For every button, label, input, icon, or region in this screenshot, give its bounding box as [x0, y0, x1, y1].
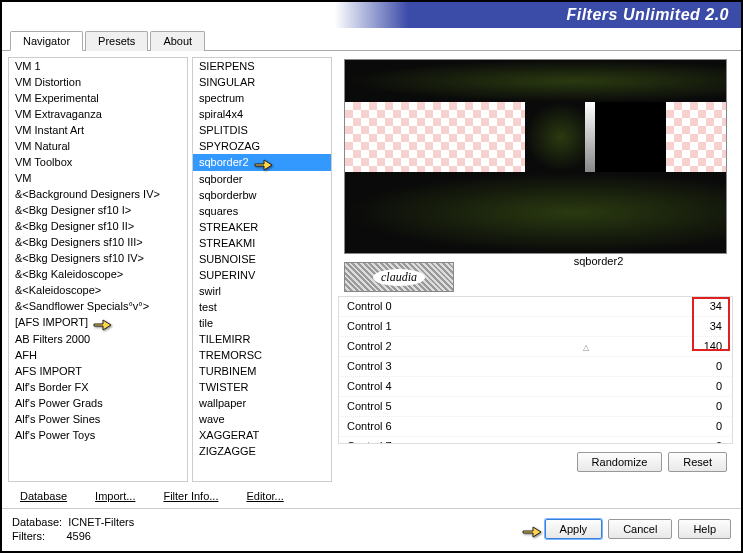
- list-item[interactable]: spectrum: [193, 90, 331, 106]
- list-item[interactable]: &<Bkg Designers sf10 IV>: [9, 250, 187, 266]
- control-value: 0: [686, 379, 722, 394]
- list-item[interactable]: &<Kaleidoscope>: [9, 282, 187, 298]
- list-item[interactable]: [AFS IMPORT]: [9, 314, 187, 331]
- navigator-category-list[interactable]: VM 1VM DistortionVM ExperimentalVM Extra…: [8, 57, 188, 482]
- control-row[interactable]: Control 2140△: [339, 337, 732, 357]
- control-label: Control 3: [347, 359, 392, 374]
- list-item[interactable]: AB Filters 2000: [9, 331, 187, 347]
- list-item[interactable]: &<Background Designers IV>: [9, 186, 187, 202]
- list-item[interactable]: Alf's Border FX: [9, 379, 187, 395]
- list-item[interactable]: spiral4x4: [193, 106, 331, 122]
- list-item[interactable]: tile: [193, 315, 331, 331]
- control-label: Control 2: [347, 339, 392, 354]
- list-item[interactable]: squares: [193, 203, 331, 219]
- tab-navigator[interactable]: Navigator: [10, 31, 83, 51]
- slider-thumb-icon[interactable]: △: [583, 340, 589, 355]
- list-item[interactable]: VM Instant Art: [9, 122, 187, 138]
- list-item[interactable]: TWISTER: [193, 379, 331, 395]
- author-tag: claudia: [344, 262, 454, 292]
- control-row[interactable]: Control 30: [339, 357, 732, 377]
- list-item[interactable]: AFH: [9, 347, 187, 363]
- pointer-icon: [92, 316, 110, 330]
- list-item[interactable]: VM Toolbox: [9, 154, 187, 170]
- control-row[interactable]: Control 034: [339, 297, 732, 317]
- list-item[interactable]: Alf's Power Grads: [9, 395, 187, 411]
- list-item[interactable]: TILEMIRR: [193, 331, 331, 347]
- list-item[interactable]: VM Experimental: [9, 90, 187, 106]
- apply-button[interactable]: Apply: [545, 519, 603, 539]
- control-label: Control 1: [347, 319, 392, 334]
- list-item[interactable]: wallpaper: [193, 395, 331, 411]
- list-item[interactable]: VM Distortion: [9, 74, 187, 90]
- list-item[interactable]: STREAKER: [193, 219, 331, 235]
- tab-presets[interactable]: Presets: [85, 31, 148, 51]
- list-item[interactable]: SPYROZAG: [193, 138, 331, 154]
- control-value: 140: [686, 339, 722, 354]
- list-item[interactable]: wave: [193, 411, 331, 427]
- control-row[interactable]: Control 70: [339, 437, 732, 444]
- control-row[interactable]: Control 134: [339, 317, 732, 337]
- list-item[interactable]: AFS IMPORT: [9, 363, 187, 379]
- cancel-button[interactable]: Cancel: [608, 519, 672, 539]
- list-item[interactable]: &<Bkg Designer sf10 II>: [9, 218, 187, 234]
- control-value: 34: [686, 299, 722, 314]
- control-value: 0: [686, 359, 722, 374]
- control-label: Control 7: [347, 439, 392, 444]
- link-row: Database Import... Filter Info... Editor…: [2, 488, 741, 508]
- list-item[interactable]: SUBNOISE: [193, 251, 331, 267]
- controls-panel: Control 034Control 134Control 2140△Contr…: [338, 296, 733, 444]
- control-label: Control 6: [347, 419, 392, 434]
- list-item[interactable]: VM 1: [9, 58, 187, 74]
- control-value: 0: [686, 419, 722, 434]
- list-item[interactable]: &<Sandflower Specials°v°>: [9, 298, 187, 314]
- tab-strip: Navigator Presets About: [2, 30, 741, 51]
- list-item[interactable]: Alf's Power Toys: [9, 427, 187, 443]
- list-item[interactable]: SUPERINV: [193, 267, 331, 283]
- list-item[interactable]: VM Natural: [9, 138, 187, 154]
- control-value: 34: [686, 319, 722, 334]
- list-item[interactable]: VM Extravaganza: [9, 106, 187, 122]
- pointer-icon: [253, 156, 271, 170]
- list-item[interactable]: TURBINEM: [193, 363, 331, 379]
- randomize-button[interactable]: Randomize: [577, 452, 663, 472]
- editor-link[interactable]: Editor...: [246, 490, 283, 502]
- reset-button[interactable]: Reset: [668, 452, 727, 472]
- list-item[interactable]: sqborder2: [193, 154, 331, 171]
- list-item[interactable]: Alf's Power Sines: [9, 411, 187, 427]
- list-item[interactable]: STREAKMI: [193, 235, 331, 251]
- current-filter-name: sqborder2: [462, 253, 735, 271]
- database-link[interactable]: Database: [20, 490, 67, 502]
- pointer-icon: [521, 522, 539, 536]
- list-item[interactable]: sqborder: [193, 171, 331, 187]
- list-item[interactable]: ZIGZAGGE: [193, 443, 331, 459]
- list-item[interactable]: XAGGERAT: [193, 427, 331, 443]
- list-item[interactable]: &<Bkg Designer sf10 I>: [9, 202, 187, 218]
- control-row[interactable]: Control 40: [339, 377, 732, 397]
- filter-list[interactable]: SIERPENSSINGULARspectrumspiral4x4SPLITDI…: [192, 57, 332, 482]
- list-item[interactable]: &<Bkg Kaleidoscope>: [9, 266, 187, 282]
- control-value: 0: [686, 399, 722, 414]
- filter-preview: [344, 59, 727, 254]
- list-item[interactable]: VM: [9, 170, 187, 186]
- control-value: 0: [686, 439, 722, 444]
- title-bar: Filters Unlimited 2.0: [2, 2, 741, 28]
- list-item[interactable]: &<Bkg Designers sf10 III>: [9, 234, 187, 250]
- list-item[interactable]: SPLITDIS: [193, 122, 331, 138]
- list-item[interactable]: SINGULAR: [193, 74, 331, 90]
- import-link[interactable]: Import...: [95, 490, 135, 502]
- control-label: Control 4: [347, 379, 392, 394]
- list-item[interactable]: swirl: [193, 283, 331, 299]
- filter-info-link[interactable]: Filter Info...: [163, 490, 218, 502]
- list-item[interactable]: sqborderbw: [193, 187, 331, 203]
- list-item[interactable]: test: [193, 299, 331, 315]
- list-item[interactable]: TREMORSC: [193, 347, 331, 363]
- control-row[interactable]: Control 50: [339, 397, 732, 417]
- help-button[interactable]: Help: [678, 519, 731, 539]
- tab-about[interactable]: About: [150, 31, 205, 51]
- footer-info: Database: ICNET-Filters Filters: 4596: [12, 515, 134, 543]
- app-title: Filters Unlimited 2.0: [566, 6, 729, 24]
- control-row[interactable]: Control 60: [339, 417, 732, 437]
- control-label: Control 5: [347, 399, 392, 414]
- list-item[interactable]: SIERPENS: [193, 58, 331, 74]
- control-label: Control 0: [347, 299, 392, 314]
